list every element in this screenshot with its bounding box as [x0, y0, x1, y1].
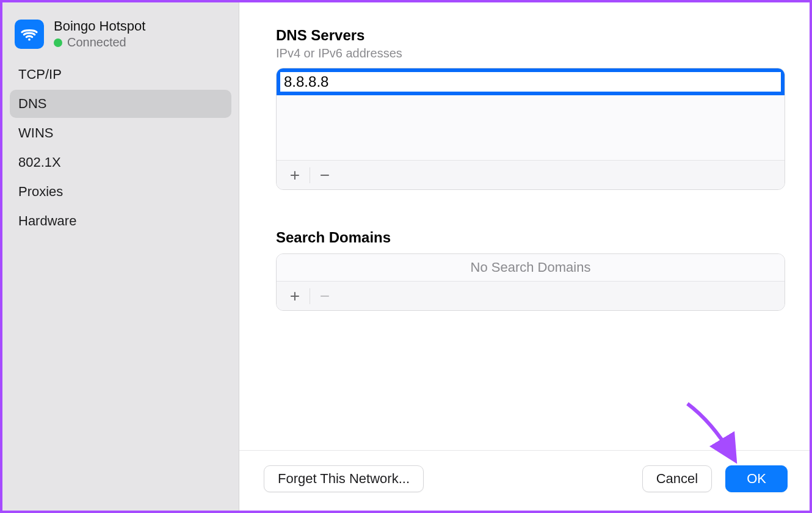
- dialog-buttons: Cancel OK: [642, 465, 788, 492]
- main-panel: DNS Servers IPv4 or IPv6 addresses + −: [239, 2, 810, 511]
- search-domain-add-button[interactable]: +: [283, 286, 307, 307]
- content-area: DNS Servers IPv4 or IPv6 addresses + −: [239, 2, 810, 450]
- dns-server-input[interactable]: [284, 73, 777, 90]
- search-domain-remove-button[interactable]: −: [313, 286, 337, 307]
- network-header: Boingo Hotspot Connected: [10, 2, 231, 60]
- search-domains-list[interactable]: No Search Domains + −: [276, 253, 785, 311]
- network-name: Boingo Hotspot: [54, 18, 145, 34]
- status-dot-icon: [54, 38, 62, 47]
- footer-separator: [310, 167, 310, 183]
- network-header-text: Boingo Hotspot Connected: [54, 18, 145, 49]
- dns-servers-footer: + −: [277, 160, 785, 189]
- dns-server-row-editing[interactable]: [277, 68, 785, 95]
- dns-remove-button[interactable]: −: [313, 165, 337, 186]
- tab-8021x[interactable]: 802.1X: [10, 148, 231, 176]
- minus-icon: −: [320, 166, 330, 185]
- tab-tcpip[interactable]: TCP/IP: [10, 60, 231, 89]
- svg-point-0: [28, 38, 31, 40]
- footer-separator: [310, 288, 310, 304]
- dns-servers-body: [277, 68, 785, 160]
- cancel-button[interactable]: Cancel: [642, 465, 712, 492]
- bottom-bar: Forget This Network... Cancel OK: [239, 450, 810, 511]
- minus-icon: −: [320, 286, 330, 306]
- search-domains-title: Search Domains: [276, 229, 785, 246]
- network-status: Connected: [54, 35, 145, 49]
- search-domains-footer: + −: [277, 281, 785, 310]
- plus-icon: +: [290, 286, 300, 306]
- settings-tabs: TCP/IP DNS WINS 802.1X Proxies Hardware: [10, 60, 231, 235]
- tab-dns[interactable]: DNS: [10, 90, 231, 118]
- tab-hardware[interactable]: Hardware: [10, 207, 231, 235]
- wifi-icon: [15, 20, 44, 49]
- search-domains-empty-text: No Search Domains: [471, 260, 591, 275]
- dns-servers-subtitle: IPv4 or IPv6 addresses: [276, 46, 785, 60]
- dns-servers-title: DNS Servers: [276, 27, 785, 44]
- ok-button[interactable]: OK: [725, 465, 788, 492]
- network-status-label: Connected: [67, 35, 126, 49]
- tab-wins[interactable]: WINS: [10, 119, 231, 147]
- search-domains-body: No Search Domains: [277, 254, 785, 281]
- dns-add-button[interactable]: +: [283, 165, 307, 186]
- dns-servers-list[interactable]: + −: [276, 68, 785, 190]
- spacer: [276, 246, 785, 253]
- network-settings-window: Boingo Hotspot Connected TCP/IP DNS WINS…: [0, 0, 812, 513]
- forget-network-button[interactable]: Forget This Network...: [264, 465, 424, 492]
- spacer: [276, 190, 785, 229]
- tab-proxies[interactable]: Proxies: [10, 178, 231, 206]
- sidebar: Boingo Hotspot Connected TCP/IP DNS WINS…: [2, 2, 239, 511]
- plus-icon: +: [290, 166, 300, 185]
